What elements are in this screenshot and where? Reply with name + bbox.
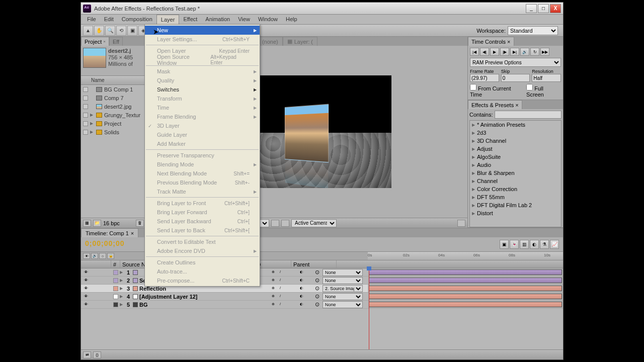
preset-category[interactable]: ▶* Animation Presets — [470, 121, 561, 129]
preset-category[interactable]: ▶Channel — [470, 177, 561, 185]
close-button[interactable]: X — [550, 4, 561, 13]
menu-item[interactable]: Switches▶ — [145, 85, 260, 94]
menu-item[interactable]: New▶ — [145, 26, 260, 35]
close-icon[interactable]: × — [103, 39, 106, 44]
menu-item: Pre-compose...Ctrl+Shift+C — [145, 276, 260, 285]
menu-file[interactable]: File — [83, 15, 100, 24]
solo-switch-icon[interactable]: ○ — [99, 253, 106, 259]
shy-button[interactable]: 👻 — [510, 240, 519, 249]
frame-blend-button[interactable]: ▥ — [520, 240, 529, 249]
video-switch-icon[interactable]: 👁 — [83, 253, 90, 259]
menu-item: Auto-trace... — [145, 267, 260, 276]
workspace-select[interactable]: Standard — [508, 26, 558, 35]
prev-frame-button[interactable]: ◀| — [480, 48, 489, 56]
timeline-layer-row[interactable]: 👁▶5BG⊕/◐⊙None — [81, 301, 563, 309]
new-folder-button[interactable]: 📁 — [93, 220, 101, 227]
audio-button[interactable]: 🔊 — [520, 48, 529, 56]
full-screen-checkbox[interactable]: Full Screen — [526, 84, 561, 98]
asset-name: desert2.j — [108, 48, 133, 54]
selection-tool[interactable]: ▲ — [83, 26, 93, 36]
menu-item: Quality▶ — [145, 76, 260, 85]
camera-select[interactable]: Active Camera — [291, 219, 337, 227]
graph-button[interactable]: 📈 — [550, 240, 559, 249]
preset-category[interactable]: ▶Color Correction — [470, 185, 561, 193]
menu-item: Track Matte▶ — [145, 187, 260, 196]
interpret-footage-button[interactable]: ▦ — [83, 220, 91, 227]
time-controls-tab[interactable]: Time Controls× — [468, 37, 514, 46]
close-icon[interactable]: × — [507, 39, 510, 45]
project-item[interactable]: desert2.jpg — [81, 102, 146, 111]
close-icon[interactable]: × — [515, 102, 518, 108]
preset-category[interactable]: ▶3D Channel — [470, 137, 561, 145]
menu-item: Add Marker — [145, 139, 260, 148]
menu-layer[interactable]: Layer — [156, 15, 180, 24]
project-item[interactable]: ▶Solids — [81, 128, 146, 136]
menu-item: Layer Settings...Ctrl+Shift+Y — [145, 35, 260, 44]
loop-button[interactable]: ↻ — [530, 48, 539, 56]
menu-effect[interactable]: Effect — [179, 15, 201, 24]
timeline-tab[interactable]: Timeline: Comp 1× — [81, 228, 138, 237]
menu-item: Frame Blending▶ — [145, 112, 260, 121]
bpc-label[interactable]: 16 bpc — [103, 220, 120, 226]
preview-mode-select[interactable]: RAM Preview Options — [470, 58, 561, 67]
menu-view[interactable]: View — [234, 15, 254, 24]
effects-tab[interactable]: Eff — [109, 37, 123, 46]
ram-preview-button[interactable]: ▶▶ — [540, 48, 549, 56]
from-current-checkbox[interactable]: From Current Time — [470, 84, 522, 98]
framerate-input[interactable]: (29.97) — [470, 74, 499, 82]
comp-flowchart-button[interactable] — [457, 220, 465, 227]
project-tab[interactable]: Project× — [81, 37, 109, 46]
menu-item: Send Layer to BackCtrl+Shift+[ — [145, 226, 260, 235]
preset-category[interactable]: ▶Audio — [470, 161, 561, 169]
comp-button[interactable]: ▣ — [500, 240, 509, 249]
project-item[interactable]: Comp 7 — [81, 94, 146, 102]
project-item[interactable]: ▶Grungy_Textur — [81, 111, 146, 119]
menu-help[interactable]: Help — [282, 15, 301, 24]
zoom-tool[interactable]: 🔍 — [105, 26, 115, 36]
playhead[interactable] — [369, 268, 369, 349]
menu-window[interactable]: Window — [254, 15, 282, 24]
motion-blur-button[interactable]: ◐ — [530, 240, 539, 249]
camera-tool[interactable]: ▣ — [127, 26, 137, 36]
menu-edit[interactable]: Edit — [100, 15, 118, 24]
last-frame-button[interactable]: ▶| — [510, 48, 519, 56]
menu-animation[interactable]: Animation — [201, 15, 234, 24]
preset-category[interactable]: ▶2d3 — [470, 129, 561, 137]
comp-tab[interactable]: ▦Layer: ( — [283, 37, 317, 46]
minimize-button[interactable]: _ — [526, 4, 537, 13]
menu-composition[interactable]: Composition — [118, 15, 156, 24]
time-ruler[interactable]: 0s02s04s06s08s10s — [368, 252, 563, 260]
preset-category[interactable]: ▶Distort — [470, 209, 561, 217]
maximize-button[interactable]: □ — [538, 4, 549, 13]
current-timecode[interactable]: 0;00;00;00 — [85, 239, 125, 247]
preset-category[interactable]: ▶DFT 55mm — [470, 193, 561, 201]
toggle-switches-button[interactable]: ⇄ — [83, 351, 91, 358]
effects-search-input[interactable] — [495, 111, 561, 119]
preset-category[interactable]: ▶Blur & Sharpen — [470, 169, 561, 177]
hand-tool[interactable]: ✋ — [94, 26, 104, 36]
timeline-layer-row[interactable]: 👁▶4[Adjustment Layer 12]⊕/◐⊙None — [81, 293, 563, 301]
rotate-tool[interactable]: ⟲ — [116, 26, 126, 36]
name-column[interactable]: Name — [91, 77, 105, 83]
project-item[interactable]: BG Comp 1 — [81, 85, 146, 94]
roi-button[interactable] — [271, 220, 279, 227]
audio-switch-icon[interactable]: 🔊 — [91, 253, 98, 259]
skip-input[interactable]: 0 — [501, 74, 530, 82]
source-image-layer — [285, 104, 329, 163]
effects-presets-tab[interactable]: Effects & Presets× — [468, 100, 522, 109]
close-icon[interactable]: × — [131, 230, 134, 236]
lock-switch-icon[interactable]: 🔒 — [107, 253, 114, 259]
first-frame-button[interactable]: |◀ — [470, 48, 479, 56]
preset-category[interactable]: ▶AlgoSuite — [470, 153, 561, 161]
next-frame-button[interactable]: |▶ — [500, 48, 509, 56]
resolution-input[interactable]: Half — [532, 74, 561, 82]
expand-button[interactable]: {} — [93, 351, 101, 358]
preset-category[interactable]: ▶DFT Digital Film Lab 2 — [470, 201, 561, 209]
project-item[interactable]: ▶Project — [81, 119, 146, 128]
play-button[interactable]: ▶ — [490, 48, 499, 56]
brainstorm-button[interactable]: ⚗ — [540, 240, 549, 249]
transparency-grid-button[interactable] — [281, 220, 289, 227]
preset-category[interactable]: ▶Adjust — [470, 145, 561, 153]
delete-button[interactable]: 🗑 — [136, 220, 144, 227]
menubar: FileEditCompositionLayerEffectAnimationV… — [81, 15, 563, 25]
